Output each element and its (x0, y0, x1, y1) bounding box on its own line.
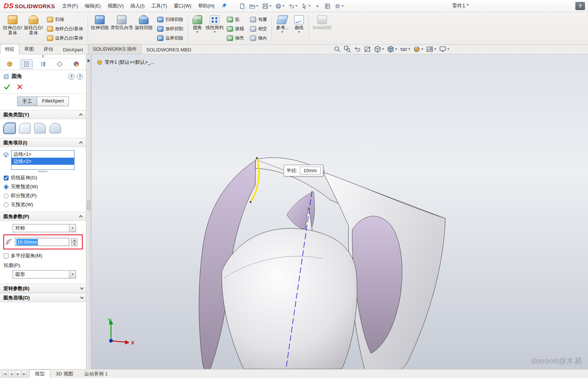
linear-pattern-button[interactable]: 线性阵列 (205, 13, 224, 44)
previous-view-icon[interactable] (354, 45, 361, 53)
curves-button[interactable]: 曲线 (291, 13, 307, 44)
dropdown-arrow-icon[interactable] (69, 224, 76, 232)
view-settings-caret-icon[interactable] (447, 48, 449, 50)
menu-window[interactable]: 窗口(W) (171, 1, 195, 10)
edge-selection-listbox[interactable]: 边线<1> 边线<2> (11, 150, 74, 170)
tree-flyout-expander-icon[interactable] (88, 59, 90, 63)
file-properties-button[interactable] (323, 2, 332, 10)
reference-caret-icon[interactable] (281, 31, 283, 33)
select-caret-icon[interactable] (308, 5, 311, 7)
display-style-icon[interactable] (387, 45, 397, 53)
panel-grip[interactable] (0, 54, 86, 58)
zoom-fit-icon[interactable] (334, 45, 341, 53)
graphics-viewport[interactable]: 零件1 (默认<<默认>_... 半径: 10mm Y X dooooit@木易 (92, 54, 588, 369)
variable-size-fillet-icon[interactable] (19, 123, 31, 133)
full-round-fillet-icon[interactable] (50, 123, 61, 133)
options-gear-button[interactable] (333, 2, 345, 10)
pm-help-icon[interactable]: ? (77, 73, 83, 80)
curves-caret-icon[interactable] (298, 31, 300, 33)
spin-up-button[interactable] (71, 238, 77, 242)
rib-button[interactable]: 筋 (226, 15, 245, 23)
motion-study-tab[interactable]: 运动算例 1 (79, 369, 113, 378)
featuremanager-tree-tab[interactable] (3, 59, 16, 69)
view-orientation-icon[interactable] (374, 45, 384, 53)
menu-view[interactable]: 视图(V) (104, 1, 127, 10)
reference-geometry-button[interactable]: 参考... (273, 13, 291, 44)
select-button[interactable] (300, 2, 312, 10)
next-tab-button[interactable]: ▶ (15, 371, 21, 377)
configurationmanager-tab[interactable] (36, 59, 49, 69)
radius-input[interactable]: 10.00mm (15, 238, 69, 246)
menu-file[interactable]: 文件(F) (59, 1, 82, 10)
intersect-button[interactable]: 相交 (249, 25, 268, 33)
menu-tools[interactable]: 工具(T) (148, 1, 171, 10)
revolved-cut-button[interactable]: 旋转切除 (133, 13, 154, 44)
constant-size-fillet-icon[interactable] (4, 123, 15, 133)
view-orientation-caret-icon[interactable] (382, 48, 384, 50)
filletxpert-mode-button[interactable]: FilletXpert (37, 97, 69, 106)
tab-evaluate[interactable]: 评估 (39, 44, 58, 54)
help-button[interactable]: ? (575, 2, 585, 10)
whats-wrong-icon[interactable]: ? (68, 73, 74, 80)
shell-button[interactable]: 抽壳 (226, 34, 245, 42)
face-fillet-icon[interactable] (34, 123, 46, 133)
print-caret-icon[interactable] (282, 5, 285, 7)
prev-tab-button[interactable]: ◀ (8, 371, 15, 377)
section-fillet-options[interactable]: 圆角选项(O) (0, 293, 86, 302)
last-tab-button[interactable]: ▶| (22, 371, 28, 377)
apply-scene-icon[interactable] (426, 45, 436, 53)
edge-list-item[interactable]: 边线<1> (12, 151, 74, 158)
swept-boss-button[interactable]: 扫描 (46, 15, 84, 23)
save-button[interactable] (261, 2, 273, 10)
zoom-area-icon[interactable] (344, 45, 351, 53)
manual-mode-button[interactable]: 手工 (17, 97, 37, 106)
partial-preview-radio[interactable] (4, 193, 9, 198)
listbox-resize-handle[interactable] (38, 171, 48, 172)
revolved-boss-button[interactable]: 旋转凸台/基体 (23, 13, 44, 44)
radius-callout[interactable]: 半径: 10mm (284, 165, 323, 176)
open-document-button[interactable] (248, 2, 260, 10)
open-caret-icon[interactable] (256, 5, 258, 7)
ok-check-icon[interactable] (4, 84, 10, 90)
tab-features[interactable]: 特征 (0, 44, 19, 54)
tab-mbd[interactable]: SOLIDWORKS MBD (142, 45, 196, 54)
dimxpertmanager-tab[interactable] (53, 59, 66, 69)
options-caret-icon[interactable] (341, 5, 344, 7)
section-fillet-parameters[interactable]: 圆角参数(P) (0, 212, 86, 221)
tab-dimxpert[interactable]: DimXpert (58, 45, 88, 54)
new-document-button[interactable] (238, 2, 247, 10)
feature-tree-flyout[interactable]: 零件1 (默认<<默认>_... (97, 59, 155, 66)
boundary-cut-button[interactable]: 边界切除 (156, 34, 184, 42)
pin-menu-icon[interactable] (222, 3, 227, 9)
hide-show-items-icon[interactable] (400, 45, 410, 53)
callout-value-field[interactable]: 10mm (300, 167, 321, 174)
swept-cut-button[interactable]: 扫描切除 (156, 15, 184, 23)
boundary-boss-button[interactable]: 边界凸台/基体 (46, 34, 84, 42)
appearance-caret-icon[interactable] (421, 48, 423, 50)
view-settings-icon[interactable] (439, 45, 449, 53)
mirror-button[interactable]: 镜向 (249, 34, 268, 42)
first-tab-button[interactable]: |◀ (1, 371, 8, 377)
multi-radius-checkbox[interactable] (4, 253, 9, 258)
undo-caret-icon[interactable] (295, 5, 298, 7)
lofted-boss-button[interactable]: 放样凸台/基体 (46, 25, 84, 33)
instant3d-button[interactable]: Instant3D (310, 13, 334, 44)
undo-button[interactable] (287, 2, 299, 10)
section-view-icon[interactable] (364, 45, 371, 53)
fillet-caret-icon[interactable] (196, 31, 198, 33)
linear-pattern-caret-icon[interactable] (213, 31, 216, 33)
cancel-x-icon[interactable] (16, 84, 23, 90)
profile-dropdown[interactable]: 圆形 (13, 270, 76, 278)
extruded-cut-button[interactable]: 拉伸切除 (89, 13, 110, 44)
print-button[interactable] (274, 2, 286, 10)
tab-sketch[interactable]: 草图 (19, 44, 39, 54)
extruded-boss-button[interactable]: 拉伸凸台/基体 (2, 13, 23, 44)
scene-caret-icon[interactable] (434, 48, 436, 50)
menu-insert[interactable]: 插入(I) (127, 1, 148, 10)
edit-appearance-icon[interactable] (413, 45, 423, 53)
model-tab[interactable]: 模型 (29, 369, 50, 378)
display-style-caret-icon[interactable] (395, 48, 397, 50)
draft-button[interactable]: 拔模 (226, 25, 245, 33)
section-fillet-type[interactable]: 圆角类型(Y) (0, 110, 86, 119)
rebuild-button[interactable] (313, 2, 322, 10)
